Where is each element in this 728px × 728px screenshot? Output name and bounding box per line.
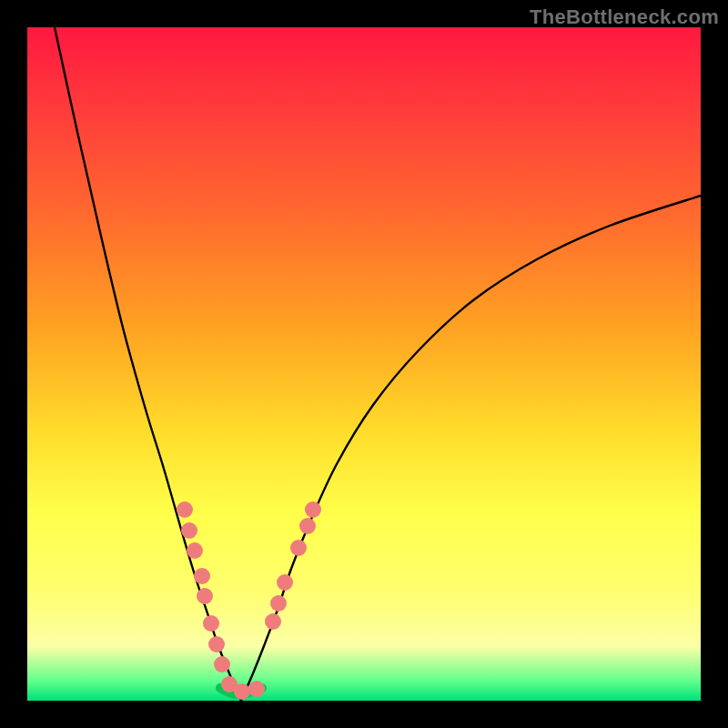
curve-left [55, 27, 241, 701]
data-markers [177, 501, 321, 700]
data-marker [181, 522, 197, 539]
bottleneck-curve-chart [27, 27, 701, 701]
data-marker [214, 656, 230, 672]
data-marker [194, 568, 210, 584]
data-marker [197, 588, 213, 604]
data-marker [203, 615, 219, 632]
data-marker [208, 636, 225, 652]
data-marker [290, 540, 307, 556]
curve-right [241, 196, 701, 701]
data-marker [299, 518, 316, 534]
watermark-text: TheBottleneck.com [530, 5, 719, 29]
data-marker [270, 595, 287, 612]
data-marker [277, 574, 293, 591]
data-marker [305, 501, 321, 518]
data-marker [248, 681, 265, 697]
data-marker [177, 501, 193, 518]
data-marker [187, 542, 203, 559]
data-marker [265, 613, 281, 630]
data-marker [234, 683, 250, 700]
